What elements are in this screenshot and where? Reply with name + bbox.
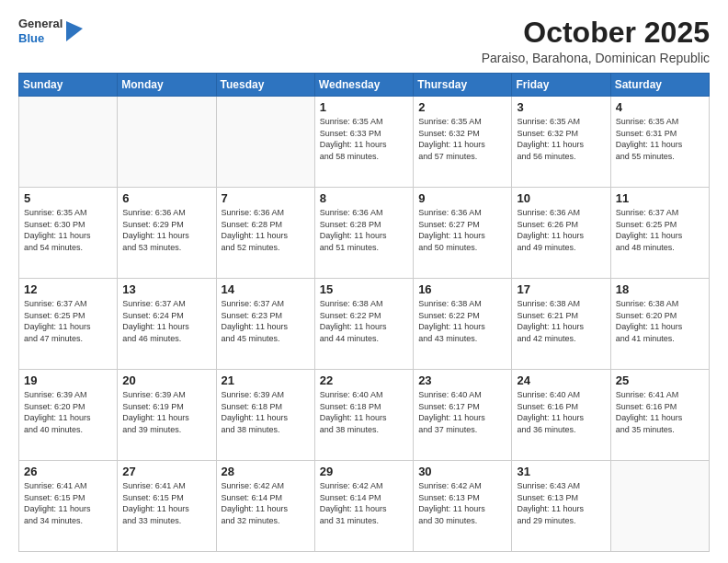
col-header-sunday: Sunday — [19, 74, 118, 97]
day-number: 21 — [222, 373, 310, 387]
logo-blue: Blue — [18, 31, 44, 45]
calendar-cell: 24Sunrise: 6:40 AM Sunset: 6:16 PM Dayli… — [512, 370, 610, 461]
day-number: 24 — [517, 373, 605, 387]
calendar-cell: 9Sunrise: 6:36 AM Sunset: 6:27 PM Daylig… — [414, 188, 512, 279]
col-header-friday: Friday — [512, 74, 610, 97]
day-number: 26 — [24, 465, 112, 478]
calendar-cell: 26Sunrise: 6:41 AM Sunset: 6:15 PM Dayli… — [19, 461, 118, 552]
header: General Blue October 2025 Paraiso, Barah… — [18, 17, 710, 65]
calendar-cell: 20Sunrise: 6:39 AM Sunset: 6:19 PM Dayli… — [118, 370, 216, 461]
day-info: Sunrise: 6:40 AM Sunset: 6:17 PM Dayligh… — [418, 389, 506, 435]
day-number: 17 — [517, 282, 605, 296]
day-number: 9 — [418, 191, 506, 205]
day-number: 27 — [122, 465, 210, 478]
calendar-cell: 27Sunrise: 6:41 AM Sunset: 6:15 PM Dayli… — [118, 461, 216, 552]
day-number: 28 — [222, 465, 310, 478]
day-number: 3 — [517, 100, 605, 114]
day-number: 13 — [122, 282, 210, 296]
day-info: Sunrise: 6:40 AM Sunset: 6:16 PM Dayligh… — [517, 389, 605, 435]
calendar-subtitle: Paraiso, Barahona, Dominican Republic — [482, 51, 710, 65]
calendar-cell: 10Sunrise: 6:36 AM Sunset: 6:26 PM Dayli… — [512, 188, 610, 279]
day-number: 15 — [320, 282, 408, 296]
calendar-cell: 16Sunrise: 6:38 AM Sunset: 6:22 PM Dayli… — [414, 279, 512, 370]
day-info: Sunrise: 6:40 AM Sunset: 6:18 PM Dayligh… — [320, 389, 408, 435]
week-row-4: 19Sunrise: 6:39 AM Sunset: 6:20 PM Dayli… — [19, 370, 710, 461]
calendar-table: SundayMondayTuesdayWednesdayThursdayFrid… — [18, 73, 710, 552]
title-block: October 2025 Paraiso, Barahona, Dominica… — [482, 17, 710, 65]
day-info: Sunrise: 6:38 AM Sunset: 6:22 PM Dayligh… — [418, 298, 506, 344]
day-info: Sunrise: 6:37 AM Sunset: 6:23 PM Dayligh… — [222, 298, 310, 344]
col-header-tuesday: Tuesday — [216, 74, 314, 97]
col-header-monday: Monday — [118, 74, 216, 97]
calendar-cell: 31Sunrise: 6:43 AM Sunset: 6:13 PM Dayli… — [512, 461, 610, 552]
day-info: Sunrise: 6:37 AM Sunset: 6:25 PM Dayligh… — [616, 207, 704, 253]
day-number: 7 — [222, 191, 310, 205]
day-info: Sunrise: 6:35 AM Sunset: 6:30 PM Dayligh… — [24, 207, 112, 253]
day-number: 16 — [418, 282, 506, 296]
day-info: Sunrise: 6:42 AM Sunset: 6:14 PM Dayligh… — [222, 480, 310, 526]
calendar-cell — [216, 97, 314, 188]
day-number: 23 — [418, 373, 506, 387]
calendar-cell: 25Sunrise: 6:41 AM Sunset: 6:16 PM Dayli… — [610, 370, 709, 461]
calendar-cell: 7Sunrise: 6:36 AM Sunset: 6:28 PM Daylig… — [216, 188, 314, 279]
logo-text: General Blue — [18, 17, 63, 45]
calendar-cell: 30Sunrise: 6:42 AM Sunset: 6:13 PM Dayli… — [414, 461, 512, 552]
day-info: Sunrise: 6:39 AM Sunset: 6:19 PM Dayligh… — [122, 389, 210, 435]
calendar-cell: 22Sunrise: 6:40 AM Sunset: 6:18 PM Dayli… — [314, 370, 413, 461]
day-number: 20 — [122, 373, 210, 387]
day-info: Sunrise: 6:39 AM Sunset: 6:18 PM Dayligh… — [222, 389, 310, 435]
day-info: Sunrise: 6:39 AM Sunset: 6:20 PM Dayligh… — [24, 389, 112, 435]
day-info: Sunrise: 6:35 AM Sunset: 6:32 PM Dayligh… — [418, 116, 506, 162]
calendar-cell: 4Sunrise: 6:35 AM Sunset: 6:31 PM Daylig… — [610, 97, 709, 188]
calendar-cell: 5Sunrise: 6:35 AM Sunset: 6:30 PM Daylig… — [19, 188, 118, 279]
day-number: 8 — [320, 191, 408, 205]
day-info: Sunrise: 6:38 AM Sunset: 6:20 PM Dayligh… — [616, 298, 704, 344]
day-info: Sunrise: 6:43 AM Sunset: 6:13 PM Dayligh… — [517, 480, 605, 526]
calendar-cell: 17Sunrise: 6:38 AM Sunset: 6:21 PM Dayli… — [512, 279, 610, 370]
svg-marker-0 — [66, 21, 83, 41]
day-number: 6 — [122, 191, 210, 205]
day-number: 14 — [222, 282, 310, 296]
col-header-wednesday: Wednesday — [314, 74, 413, 97]
day-number: 29 — [320, 465, 408, 478]
calendar-cell: 12Sunrise: 6:37 AM Sunset: 6:25 PM Dayli… — [19, 279, 118, 370]
day-number: 18 — [616, 282, 704, 296]
day-number: 12 — [24, 282, 112, 296]
col-header-saturday: Saturday — [610, 74, 709, 97]
day-number: 11 — [616, 191, 704, 205]
calendar-cell: 18Sunrise: 6:38 AM Sunset: 6:20 PM Dayli… — [610, 279, 709, 370]
calendar-cell: 11Sunrise: 6:37 AM Sunset: 6:25 PM Dayli… — [610, 188, 709, 279]
day-info: Sunrise: 6:37 AM Sunset: 6:24 PM Dayligh… — [122, 298, 210, 344]
day-number: 4 — [616, 100, 704, 114]
page: General Blue October 2025 Paraiso, Barah… — [0, 0, 728, 563]
day-info: Sunrise: 6:35 AM Sunset: 6:32 PM Dayligh… — [517, 116, 605, 162]
logo-general: General — [18, 17, 63, 30]
day-info: Sunrise: 6:41 AM Sunset: 6:15 PM Dayligh… — [122, 480, 210, 526]
week-row-2: 5Sunrise: 6:35 AM Sunset: 6:30 PM Daylig… — [19, 188, 710, 279]
day-info: Sunrise: 6:38 AM Sunset: 6:21 PM Dayligh… — [517, 298, 605, 344]
day-number: 10 — [517, 191, 605, 205]
day-info: Sunrise: 6:36 AM Sunset: 6:29 PM Dayligh… — [122, 207, 210, 253]
week-row-5: 26Sunrise: 6:41 AM Sunset: 6:15 PM Dayli… — [19, 461, 710, 552]
calendar-cell: 23Sunrise: 6:40 AM Sunset: 6:17 PM Dayli… — [414, 370, 512, 461]
calendar-cell — [19, 97, 118, 188]
day-number: 1 — [320, 100, 408, 114]
day-info: Sunrise: 6:36 AM Sunset: 6:28 PM Dayligh… — [320, 207, 408, 253]
calendar-cell: 28Sunrise: 6:42 AM Sunset: 6:14 PM Dayli… — [216, 461, 314, 552]
calendar-cell: 13Sunrise: 6:37 AM Sunset: 6:24 PM Dayli… — [118, 279, 216, 370]
day-info: Sunrise: 6:41 AM Sunset: 6:15 PM Dayligh… — [24, 480, 112, 526]
day-number: 5 — [24, 191, 112, 205]
day-info: Sunrise: 6:35 AM Sunset: 6:33 PM Dayligh… — [320, 116, 408, 162]
calendar-cell: 15Sunrise: 6:38 AM Sunset: 6:22 PM Dayli… — [314, 279, 413, 370]
logo-icon — [66, 21, 83, 41]
day-info: Sunrise: 6:42 AM Sunset: 6:13 PM Dayligh… — [418, 480, 506, 526]
day-number: 22 — [320, 373, 408, 387]
calendar-cell: 21Sunrise: 6:39 AM Sunset: 6:18 PM Dayli… — [216, 370, 314, 461]
day-number: 25 — [616, 373, 704, 387]
calendar-cell — [610, 461, 709, 552]
calendar-cell: 29Sunrise: 6:42 AM Sunset: 6:14 PM Dayli… — [314, 461, 413, 552]
header-row: SundayMondayTuesdayWednesdayThursdayFrid… — [19, 74, 710, 97]
calendar-cell: 1Sunrise: 6:35 AM Sunset: 6:33 PM Daylig… — [314, 97, 413, 188]
calendar-cell: 14Sunrise: 6:37 AM Sunset: 6:23 PM Dayli… — [216, 279, 314, 370]
col-header-thursday: Thursday — [414, 74, 512, 97]
